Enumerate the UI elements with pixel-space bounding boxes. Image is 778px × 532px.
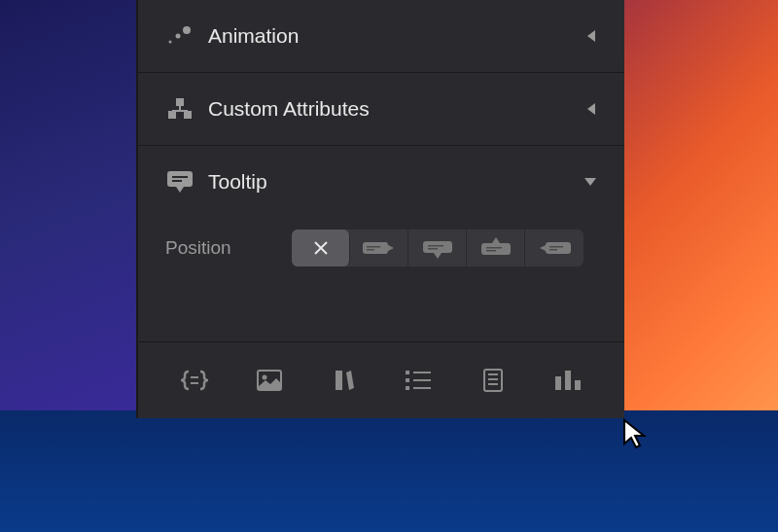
svg-point-0 xyxy=(183,26,191,34)
section-tooltip-header[interactable]: Tooltip xyxy=(165,146,597,218)
svg-rect-32 xyxy=(406,386,409,390)
close-icon xyxy=(313,240,329,256)
footer-tab-image[interactable] xyxy=(250,361,289,400)
svg-rect-8 xyxy=(167,171,193,187)
tooltip-position-right[interactable] xyxy=(350,230,408,266)
tooltip-top-icon xyxy=(481,237,511,259)
tooltip-left-icon xyxy=(538,239,571,257)
panel-footer-tabs xyxy=(138,341,624,418)
svg-rect-21 xyxy=(549,246,563,248)
list-icon xyxy=(406,371,431,390)
collapse-arrow-icon xyxy=(585,29,597,43)
tooltip-position-label: Position xyxy=(165,237,292,259)
footer-tab-document[interactable] xyxy=(474,361,513,400)
svg-rect-11 xyxy=(363,242,388,254)
svg-rect-17 xyxy=(481,243,511,255)
section-tooltip-body: Position xyxy=(165,230,597,296)
footer-tab-columns[interactable] xyxy=(548,361,587,400)
desktop-wallpaper-left xyxy=(0,0,136,428)
tooltip-position-bottom[interactable] xyxy=(408,230,467,266)
section-custom-attributes-label: Custom Attributes xyxy=(208,97,585,121)
section-tooltip: Tooltip Position xyxy=(138,146,624,296)
svg-rect-13 xyxy=(367,249,374,251)
svg-rect-30 xyxy=(406,378,409,382)
svg-rect-3 xyxy=(176,98,184,106)
style-icon xyxy=(334,369,355,392)
svg-rect-10 xyxy=(172,180,182,182)
section-custom-attributes: Custom Attributes xyxy=(138,73,624,146)
tooltip-bottom-icon xyxy=(423,237,452,259)
animation-icon xyxy=(165,21,194,51)
tooltip-position-top[interactable] xyxy=(467,230,525,266)
svg-rect-38 xyxy=(555,376,561,390)
svg-rect-27 xyxy=(336,371,342,390)
tooltip-position-left[interactable] xyxy=(525,230,584,266)
desktop-wallpaper-bottom xyxy=(0,410,778,532)
svg-rect-20 xyxy=(546,242,571,254)
section-animation-header[interactable]: Animation xyxy=(165,0,597,72)
collapse-arrow-icon xyxy=(585,102,597,116)
footer-tab-code[interactable] xyxy=(175,361,214,400)
svg-rect-18 xyxy=(486,247,502,249)
footer-tab-list[interactable] xyxy=(399,361,438,400)
inspector-panel: Animation Custom Attributes xyxy=(136,0,624,418)
svg-point-2 xyxy=(169,41,172,44)
svg-rect-31 xyxy=(413,379,431,381)
section-tooltip-label: Tooltip xyxy=(208,170,584,194)
svg-rect-19 xyxy=(486,250,496,252)
tooltip-position-none[interactable] xyxy=(292,230,350,266)
svg-point-1 xyxy=(176,34,181,39)
tooltip-position-row: Position xyxy=(165,230,597,266)
svg-rect-33 xyxy=(413,387,431,389)
svg-point-26 xyxy=(262,375,266,380)
svg-rect-15 xyxy=(428,245,443,247)
svg-rect-40 xyxy=(575,380,581,390)
tooltip-icon xyxy=(165,167,194,196)
svg-rect-22 xyxy=(549,249,557,251)
columns-icon xyxy=(555,371,581,390)
svg-rect-5 xyxy=(184,111,192,119)
section-animation-label: Animation xyxy=(208,24,585,48)
tooltip-position-segmented xyxy=(292,230,584,266)
svg-rect-29 xyxy=(413,372,431,373)
tooltip-right-icon xyxy=(363,239,396,257)
svg-rect-4 xyxy=(168,111,176,119)
svg-rect-14 xyxy=(423,241,452,253)
svg-rect-28 xyxy=(406,371,409,374)
image-icon xyxy=(257,370,282,391)
svg-rect-39 xyxy=(565,371,571,390)
desktop-background: Animation Custom Attributes xyxy=(0,0,778,532)
code-braces-icon xyxy=(181,370,208,391)
custom-attributes-icon xyxy=(165,94,194,124)
section-custom-attributes-header[interactable]: Custom Attributes xyxy=(165,73,597,145)
expand-arrow-icon xyxy=(584,176,597,188)
document-icon xyxy=(483,369,503,392)
svg-rect-16 xyxy=(428,248,438,250)
svg-rect-9 xyxy=(172,176,188,178)
footer-tab-style[interactable] xyxy=(325,361,364,400)
section-animation: Animation xyxy=(138,0,624,73)
svg-rect-12 xyxy=(367,246,380,248)
